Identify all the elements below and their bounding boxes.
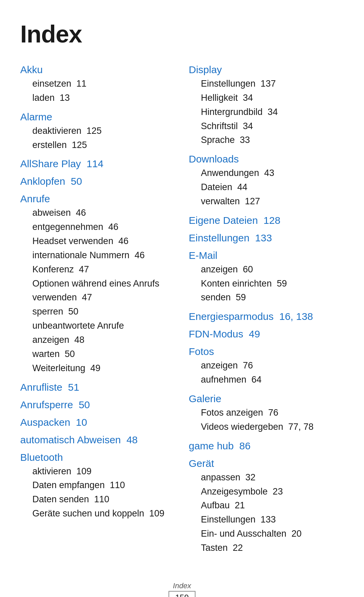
index-section-heading[interactable]: Downloads xyxy=(189,153,344,165)
index-subitem: deaktivieren 125 xyxy=(32,124,175,138)
index-subitems: abweisen 46entgegennehmen 46Headset verw… xyxy=(20,206,175,375)
index-section-heading[interactable]: game hub 86 xyxy=(189,440,344,452)
index-section: Bluetoothaktivieren 109Daten empfangen 1… xyxy=(20,452,175,521)
index-section: Anklopfen 50 xyxy=(20,176,175,187)
index-subitem: Einstellungen 133 xyxy=(201,513,344,527)
index-subitem: unbeantwortete Anrufe anzeigen 48 xyxy=(32,319,175,347)
index-subitem: Hintergrundbild 34 xyxy=(201,105,344,119)
index-subitem: Tasten 22 xyxy=(201,541,344,555)
page-title: Index xyxy=(20,20,344,48)
index-section: E-Mailanzeigen 60Konten einrichten 59sen… xyxy=(189,250,344,305)
index-section-heading[interactable]: Akku xyxy=(20,64,175,76)
index-subitem: abweisen 46 xyxy=(32,206,175,220)
index-section: Fotosanzeigen 76aufnehmen 64 xyxy=(189,346,344,387)
index-subitem: Weiterleitung 49 xyxy=(32,361,175,376)
index-subitems: anpassen 32Anzeigesymbole 23Aufbau 21Ein… xyxy=(189,471,344,555)
index-section-heading[interactable]: Gerät xyxy=(189,458,344,469)
index-section-heading[interactable]: Alarme xyxy=(20,111,175,123)
index-subitem: Sprache 33 xyxy=(201,133,344,147)
index-section-heading[interactable]: Bluetooth xyxy=(20,452,175,463)
index-subitems: Anwendungen 43Dateien 44verwalten 127 xyxy=(189,166,344,209)
index-subitem: Dateien 44 xyxy=(201,180,344,195)
left-column: Akkueinsetzen 11laden 13Alarmedeaktivier… xyxy=(20,64,189,561)
index-section: Gerätanpassen 32Anzeigesymbole 23Aufbau … xyxy=(189,458,344,555)
index-section: Anrufeabweisen 46entgegennehmen 46Headse… xyxy=(20,193,175,375)
right-column: DisplayEinstellungen 137Helligkeit 34Hin… xyxy=(189,64,344,561)
index-section-heading[interactable]: E-Mail xyxy=(189,250,344,261)
index-section: Einstellungen 133 xyxy=(189,232,344,244)
index-section-heading[interactable]: Fotos xyxy=(189,346,344,357)
footer-label: Index xyxy=(20,581,344,590)
index-section: AllShare Play 114 xyxy=(20,158,175,170)
index-section-heading[interactable]: Eigene Dateien 128 xyxy=(189,215,344,226)
index-subitem: anzeigen 76 xyxy=(201,359,344,373)
index-section-heading[interactable]: Display xyxy=(189,64,344,76)
index-subitem: sperren 50 xyxy=(32,305,175,319)
index-subitems: einsetzen 11laden 13 xyxy=(20,77,175,105)
index-subitem: senden 59 xyxy=(201,291,344,305)
index-subitem: internationale Nummern 46 xyxy=(32,248,175,263)
index-section-heading[interactable]: FDN-Modus 49 xyxy=(189,328,344,340)
index-subitem: aufnehmen 64 xyxy=(201,373,344,387)
index-section-heading[interactable]: Anrufsperre 50 xyxy=(20,399,175,411)
index-subitem: warten 50 xyxy=(32,347,175,361)
index-subitems: aktivieren 109Daten empfangen 110Daten s… xyxy=(20,465,175,521)
index-subitem: einsetzen 11 xyxy=(32,77,175,91)
index-subitem: Einstellungen 137 xyxy=(201,77,344,91)
index-columns: Akkueinsetzen 11laden 13Alarmedeaktivier… xyxy=(20,64,344,561)
index-subitem: Daten empfangen 110 xyxy=(32,478,175,492)
index-section: game hub 86 xyxy=(189,440,344,452)
index-subitem: Anzeigesymbole 23 xyxy=(201,485,344,499)
index-subitem: Ein- und Ausschalten 20 xyxy=(201,527,344,541)
index-section: Auspacken 10 xyxy=(20,417,175,428)
index-section-heading[interactable]: Anrufe xyxy=(20,193,175,205)
index-subitem: Optionen während eines Anrufs verwenden … xyxy=(32,277,175,305)
index-subitem: Aufbau 21 xyxy=(201,499,344,513)
index-subitems: Einstellungen 137Helligkeit 34Hintergrun… xyxy=(189,77,344,147)
index-section-heading[interactable]: Auspacken 10 xyxy=(20,417,175,428)
index-subitem: anzeigen 60 xyxy=(201,263,344,277)
index-section: Energiesparmodus 16, 138 xyxy=(189,311,344,322)
index-subitems: anzeigen 60Konten einrichten 59senden 59 xyxy=(189,263,344,305)
index-section: Anrufsperre 50 xyxy=(20,399,175,411)
index-subitem: Videos wiedergeben 77, 78 xyxy=(201,420,344,434)
index-section-heading[interactable]: Anklopfen 50 xyxy=(20,176,175,187)
index-section: FDN-Modus 49 xyxy=(189,328,344,340)
index-subitem: laden 13 xyxy=(32,91,175,105)
index-subitem: Konferenz 47 xyxy=(32,263,175,277)
index-subitems: deaktivieren 125erstellen 125 xyxy=(20,124,175,152)
index-section-heading[interactable]: Einstellungen 133 xyxy=(189,232,344,244)
index-subitem: Headset verwenden 46 xyxy=(32,234,175,248)
index-subitem: Helligkeit 34 xyxy=(201,91,344,105)
index-subitem: erstellen 125 xyxy=(32,138,175,152)
index-subitem: Daten senden 110 xyxy=(32,492,175,507)
index-section-heading[interactable]: Energiesparmodus 16, 138 xyxy=(189,311,344,322)
index-subitem: Schriftstil 34 xyxy=(201,119,344,133)
index-subitem: aktivieren 109 xyxy=(32,465,175,479)
index-subitems: anzeigen 76aufnehmen 64 xyxy=(189,359,344,387)
index-section: DisplayEinstellungen 137Helligkeit 34Hin… xyxy=(189,64,344,147)
index-section: Eigene Dateien 128 xyxy=(189,215,344,226)
index-section-heading[interactable]: AllShare Play 114 xyxy=(20,158,175,170)
index-section-heading[interactable]: automatisch Abweisen 48 xyxy=(20,434,175,446)
index-subitem: Geräte suchen und koppeln 109 xyxy=(32,507,175,521)
index-subitem: entgegennehmen 46 xyxy=(32,220,175,234)
index-section: DownloadsAnwendungen 43Dateien 44verwalt… xyxy=(189,153,344,209)
index-section: automatisch Abweisen 48 xyxy=(20,434,175,446)
footer-page-number: 159 xyxy=(169,591,195,597)
index-section: Akkueinsetzen 11laden 13 xyxy=(20,64,175,105)
page-footer: Index 159 xyxy=(20,581,344,597)
index-subitem: Anwendungen 43 xyxy=(201,166,344,180)
index-section-heading[interactable]: Galerie xyxy=(189,393,344,405)
index-subitems: Fotos anzeigen 76Videos wiedergeben 77, … xyxy=(189,406,344,434)
index-subitem: Konten einrichten 59 xyxy=(201,277,344,291)
index-subitem: anpassen 32 xyxy=(201,471,344,485)
index-section: GalerieFotos anzeigen 76Videos wiedergeb… xyxy=(189,393,344,434)
index-section: Anrufliste 51 xyxy=(20,382,175,393)
index-section: Alarmedeaktivieren 125erstellen 125 xyxy=(20,111,175,152)
index-subitem: verwalten 127 xyxy=(201,195,344,209)
index-section-heading[interactable]: Anrufliste 51 xyxy=(20,382,175,393)
index-subitem: Fotos anzeigen 76 xyxy=(201,406,344,420)
